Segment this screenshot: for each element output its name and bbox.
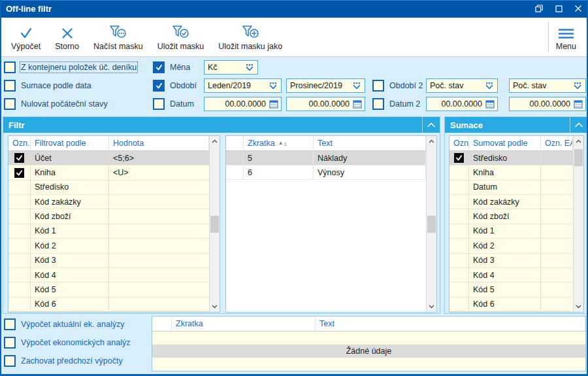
datum-from-field[interactable]: 00.00.0000 [204,97,282,111]
vertical-scrollbar[interactable] [573,136,583,312]
checked-icon[interactable] [14,153,24,163]
collapse-button[interactable] [422,117,440,133]
table-row[interactable]: Středisko [8,180,209,195]
table-cell: Středisko [469,151,541,165]
scrollbar-thumb[interactable] [574,149,583,166]
checkbox-vypocet-ekonomickych-analyz[interactable]: Výpočet ekonomických analýz [4,337,130,349]
storno-button[interactable]: Storno [48,18,86,56]
obdobi2-to-combo[interactable]: Poč. stav [509,78,586,93]
datum-to-field[interactable]: 00.00.0000 [286,97,365,111]
dropdown-icon[interactable] [351,82,362,90]
panel-title: Filtr [8,120,25,130]
dropdown-icon[interactable] [484,82,495,90]
scroll-up-icon[interactable] [574,136,583,146]
table-row[interactable]: Účet<5;6> [8,151,209,165]
column-header[interactable]: Filtrovat podle [31,136,109,150]
column-header[interactable]: Sumovat podle [469,136,541,150]
column-header[interactable] [152,316,172,331]
table-row[interactable]: 6Výnosy [226,165,426,180]
scroll-down-icon[interactable] [574,301,583,312]
checkbox-obdobi[interactable]: Období [153,80,197,92]
mena-combo[interactable]: Kč [204,60,258,75]
table-row[interactable]: Kód 4 [449,268,573,282]
restore-button[interactable] [529,0,549,18]
dropdown-icon[interactable] [244,63,255,72]
table-row[interactable]: Kniha [449,165,573,180]
checkbox-sumace-podle-data[interactable]: Sumace podle data [4,80,91,92]
table-row[interactable]: Kód 5 [449,282,573,297]
nacist-masku-button[interactable]: Načíst masku [86,18,150,56]
vertical-scrollbar[interactable] [209,136,220,312]
table-row[interactable]: Kód zboží [449,209,573,224]
table-row[interactable]: Kód 2 [8,239,209,253]
table-cell: Kód 5 [31,282,109,296]
checkbox-nulovat-pocatecni-stavy[interactable]: Nulovat počáteční stavy [4,98,108,110]
vypocet-button[interactable]: Výpočet [4,18,48,56]
ulozit-masku-button[interactable]: Uložit masku [150,18,212,56]
calendar-icon[interactable] [353,99,362,109]
close-button[interactable] [568,0,588,18]
date-value: 00.00.0000 [208,99,269,109]
table-row[interactable]: Středisko [449,151,573,165]
checked-icon[interactable] [14,168,24,178]
column-header[interactable]: Ozn. [449,136,469,150]
obdobi-from-combo[interactable]: Leden/2019 [204,78,282,93]
table-row[interactable]: Kód 1 [449,224,573,239]
column-header[interactable]: Zkratka [172,316,316,331]
checkbox-z-kontejneru[interactable]: Z kontejneru položek úč. deníku [4,61,137,73]
scroll-down-icon[interactable] [210,301,220,312]
vertical-scrollbar[interactable] [426,136,436,312]
sumace-table: Ozn. Sumovat podle Ozn. EA StřediskoKnih… [449,135,584,313]
column-header[interactable]: Hodnota [109,136,209,150]
menu-button[interactable]: Menu [549,18,587,56]
datum2-to-field[interactable]: 00.00.0000 [509,97,586,111]
checkbox-vypocet-aktualni-ek-analyzy[interactable]: Výpočet aktuální ek. analýzy [4,318,124,330]
scrollbar-thumb[interactable] [427,216,436,233]
table-row[interactable]: Kód 6 [8,298,209,312]
checkbox-mena[interactable]: Měna [153,61,190,73]
column-header[interactable]: Text [314,136,426,150]
checked-icon[interactable] [454,153,464,163]
table-row[interactable]: Kód zboží [8,209,209,224]
table-row[interactable]: 5Náklady [226,151,426,165]
checkbox-zachovat-predchozi-vypocty[interactable]: Zachovat předchozí výpočty [4,355,123,367]
scroll-down-icon[interactable] [427,301,436,312]
calendar-icon[interactable] [485,99,495,109]
window-controls [529,0,588,18]
scrollbar-thumb[interactable] [210,216,219,233]
column-header-sorted[interactable]: Zkratka▲1 [244,136,314,150]
table-row[interactable]: Kód zakázky [449,195,573,209]
column-header[interactable]: Ozn. EA [541,136,573,150]
table-row[interactable]: Kód 3 [8,254,209,268]
filtr-panel-header: Filtr [3,117,440,133]
table-row[interactable]: Kniha<U> [8,165,209,180]
table-row[interactable]: Kód 2 [449,239,573,253]
table-row[interactable]: Kód 5 [8,282,209,297]
table-row[interactable]: Kód zakázky [8,195,209,209]
table-body: Účet<5;6>Kniha<U>StřediskoKód zakázkyKód… [8,151,209,312]
obdobi2-from-combo[interactable]: Poč. stav [426,78,498,93]
collapse-button[interactable] [570,117,587,133]
column-header[interactable] [226,136,244,150]
calendar-icon[interactable] [269,99,278,109]
scroll-up-icon[interactable] [210,136,220,146]
column-header[interactable]: Text [316,316,585,331]
checkbox-datum[interactable]: Datum [153,98,194,110]
table-cell: Kód zakázky [469,195,541,209]
column-header[interactable]: Ozn. [8,136,31,150]
datum2-from-field[interactable]: 00.00.0000 [426,97,498,111]
checkbox-obdobi2[interactable]: Období 2 [372,80,423,92]
table-row[interactable]: Kód 4 [8,268,209,282]
calendar-icon[interactable] [574,99,583,109]
table-row[interactable]: Kód 3 [449,254,573,268]
dropdown-icon[interactable] [268,82,278,90]
table-row[interactable]: Datum [449,180,573,195]
scroll-up-icon[interactable] [427,136,436,146]
obdobi-to-combo[interactable]: Prosinec/2019 [286,78,365,93]
ulozit-masku-jako-button[interactable]: Uložit masku jako [211,18,289,56]
maximize-button[interactable] [549,0,568,18]
checkbox-datum2[interactable]: Datum 2 [372,98,420,110]
dropdown-icon[interactable] [572,82,583,90]
table-row[interactable]: Kód 1 [8,224,209,239]
table-row[interactable]: Kód 6 [449,298,573,312]
